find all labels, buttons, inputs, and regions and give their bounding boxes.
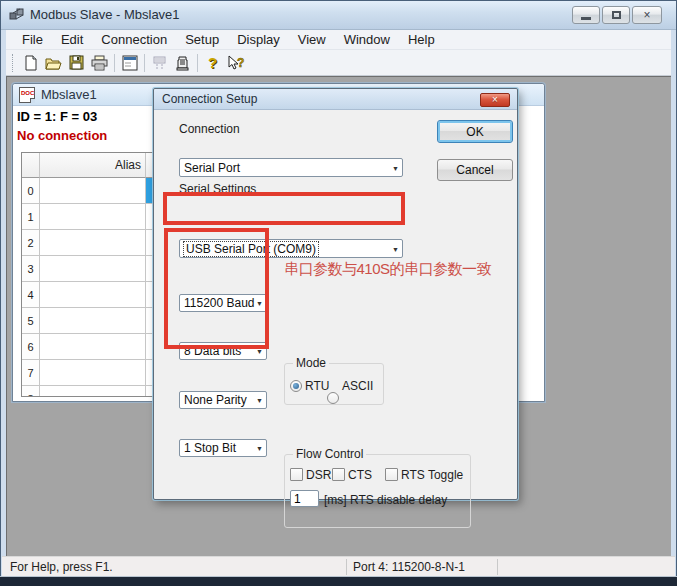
no-connection-status: No connection xyxy=(17,128,107,143)
dsr-checkbox[interactable] xyxy=(290,468,303,481)
stop-bits-combobox[interactable]: 1 Stop Bit ▼ xyxy=(179,439,267,457)
rts-toggle-checkbox[interactable] xyxy=(385,468,398,481)
annotation-text: 串口参数与410S的串口参数一致 xyxy=(284,260,491,279)
connection-setup-dialog: Connection Setup × Connection Serial Por… xyxy=(153,88,518,500)
context-help-button[interactable]: ? xyxy=(224,52,247,74)
chevron-down-icon: ▼ xyxy=(392,245,399,252)
toolbar-separator xyxy=(114,54,115,72)
slave-id-function-label: ID = 1: F = 03 xyxy=(17,109,97,124)
close-icon: × xyxy=(643,9,650,21)
rts-delay-input[interactable] xyxy=(290,490,319,507)
mode-groupbox: Mode RTU ASCII xyxy=(284,363,384,405)
close-button[interactable]: × xyxy=(632,6,662,24)
menu-help[interactable]: Help xyxy=(400,30,443,49)
toolbar-separator xyxy=(197,54,198,72)
menu-setup[interactable]: Setup xyxy=(177,30,227,49)
parity-combobox[interactable]: None Parity ▼ xyxy=(179,391,267,409)
print-button[interactable] xyxy=(88,52,111,74)
communication-traffic-icon xyxy=(174,55,191,71)
chevron-down-icon: ▼ xyxy=(256,397,263,404)
rtu-radio[interactable] xyxy=(290,380,302,392)
window-title: Modbus Slave - Mbslave1 xyxy=(30,7,180,22)
serial-settings-label: Serial Settings xyxy=(179,182,256,196)
connection-label: Connection xyxy=(179,122,240,136)
app-icon xyxy=(9,7,25,23)
toolbar-separator xyxy=(144,54,145,72)
status-divider xyxy=(497,559,498,575)
menu-file[interactable]: File xyxy=(14,30,51,49)
toolbar-grip xyxy=(12,54,15,72)
svg-text:?: ? xyxy=(237,56,244,70)
rts-delay-label: [ms] RTS disable delay xyxy=(324,493,447,507)
close-icon: × xyxy=(492,95,498,105)
minimize-icon xyxy=(581,17,591,20)
status-port-text: Port 4: 115200-8-N-1 xyxy=(347,560,497,574)
menu-view[interactable]: View xyxy=(290,30,334,49)
serial-port-combobox[interactable]: USB Serial Port (COM9) ▼ xyxy=(179,239,403,258)
help-button[interactable]: ? xyxy=(201,52,224,74)
dialog-title: Connection Setup xyxy=(162,92,257,106)
baud-rate-combobox[interactable]: 115200 Baud ▼ xyxy=(179,294,267,312)
rts-toggle-label: RTS Toggle xyxy=(401,468,463,482)
main-window: Modbus Slave - Mbslave1 × File Edit Conn… xyxy=(0,0,677,586)
dialog-close-button[interactable]: × xyxy=(480,93,510,107)
ok-button[interactable]: OK xyxy=(437,120,513,143)
mbslave1-title: Mbslave1 xyxy=(41,87,97,102)
display-setup-button[interactable] xyxy=(118,52,141,74)
dialog-title-bar[interactable]: Connection Setup xyxy=(154,89,517,110)
print-icon xyxy=(91,55,108,71)
display-window-icon xyxy=(122,55,138,71)
save-button[interactable] xyxy=(65,52,88,74)
status-help-text: For Help, press F1. xyxy=(2,560,346,574)
dsr-label: DSR xyxy=(306,468,331,482)
chevron-down-icon: ▼ xyxy=(256,300,263,307)
highlight-rect-serial-port xyxy=(163,192,405,225)
poll-definition-icon xyxy=(151,55,168,71)
status-bar: For Help, press F1. Port 4: 115200-8-N-1 xyxy=(2,556,675,576)
open-folder-icon xyxy=(45,55,62,71)
window-bottom-border xyxy=(0,576,677,586)
chevron-down-icon: ▼ xyxy=(256,445,263,452)
poll-definition-button xyxy=(148,52,171,74)
data-bits-combobox[interactable]: 8 Data bits ▼ xyxy=(179,342,267,360)
menu-connection[interactable]: Connection xyxy=(93,30,175,49)
save-icon xyxy=(69,55,84,70)
mode-label: Mode xyxy=(293,356,329,370)
corner-header-cell xyxy=(22,153,40,178)
chevron-down-icon: ▼ xyxy=(256,348,263,355)
rtu-label: RTU xyxy=(305,379,329,393)
cts-label: CTS xyxy=(348,468,372,482)
flow-control-groupbox: Flow Control DSR CTS RTS Toggle [ms] RTS… xyxy=(284,454,471,528)
new-file-button[interactable] xyxy=(19,52,42,74)
help-icon: ? xyxy=(208,54,217,71)
communication-traffic-button[interactable] xyxy=(171,52,194,74)
ascii-label: ASCII xyxy=(342,379,373,393)
context-help-icon: ? xyxy=(227,55,245,71)
alias-column-header[interactable]: Alias xyxy=(40,153,146,178)
menu-window[interactable]: Window xyxy=(336,30,398,49)
menu-display[interactable]: Display xyxy=(229,30,288,49)
restore-icon xyxy=(612,11,621,19)
document-icon: DOC xyxy=(19,87,35,103)
chevron-down-icon: ▼ xyxy=(392,164,399,171)
cancel-button[interactable]: Cancel xyxy=(437,159,513,181)
flow-control-label: Flow Control xyxy=(293,447,366,461)
toolbar: ? ? xyxy=(6,50,671,76)
menu-edit[interactable]: Edit xyxy=(53,30,91,49)
minimize-button[interactable] xyxy=(572,6,600,24)
connection-type-combobox[interactable]: Serial Port ▼ xyxy=(179,158,403,177)
open-file-button[interactable] xyxy=(42,52,65,74)
new-file-icon xyxy=(23,55,39,71)
cts-checkbox[interactable] xyxy=(332,468,345,481)
ascii-radio[interactable] xyxy=(327,392,339,404)
restore-button[interactable] xyxy=(602,6,630,24)
menu-bar: File Edit Connection Setup Display View … xyxy=(6,30,671,50)
